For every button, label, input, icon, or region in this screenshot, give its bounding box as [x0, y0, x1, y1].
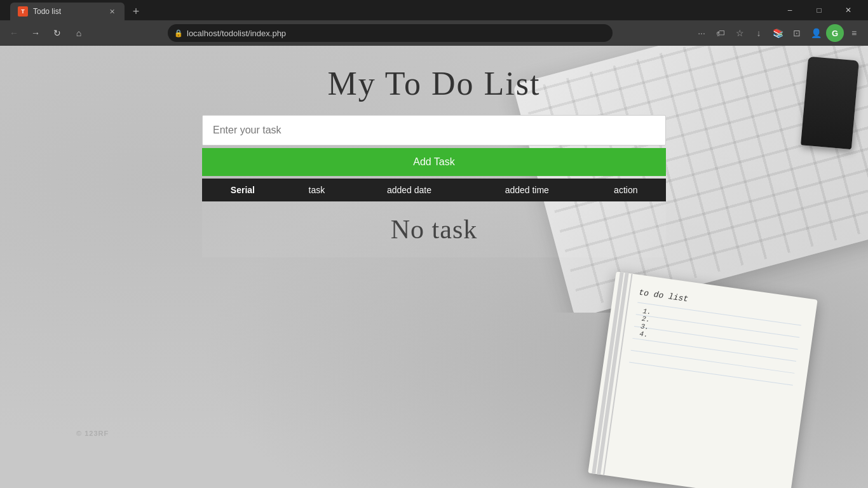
col-added-time: added time: [468, 179, 586, 201]
pocket-icon[interactable]: 🏷: [712, 24, 729, 42]
table-body: No task: [202, 201, 666, 257]
address-text: localhost/todolist/index.php: [187, 29, 606, 38]
col-task: task: [283, 179, 350, 201]
task-input[interactable]: [202, 115, 666, 146]
profile-button[interactable]: G: [826, 24, 844, 42]
notepad-decoration: to do list 1.2.3.4.: [601, 285, 804, 488]
synced-tabs-icon[interactable]: ⊡: [788, 24, 806, 42]
tab-title: Todo list: [33, 7, 102, 16]
new-tab-button[interactable]: +: [127, 3, 145, 20]
notepad-image: to do list 1.2.3.4.: [588, 271, 817, 488]
maximize-button[interactable]: □: [804, 0, 834, 20]
window-controls: – □ ✕: [775, 0, 863, 20]
table-header-row: Serial task added date added time action: [202, 179, 666, 201]
download-icon[interactable]: ↓: [750, 24, 768, 42]
address-bar[interactable]: 🔒 localhost/todolist/index.php: [168, 24, 613, 42]
watermark: © 123RF: [76, 430, 109, 437]
nav-right-icons: ··· 🏷 ☆ ↓ 📚 ⊡ 👤 G ≡: [693, 24, 863, 42]
forward-button[interactable]: →: [27, 24, 44, 42]
more-button[interactable]: ···: [693, 24, 710, 42]
close-button[interactable]: ✕: [834, 0, 863, 20]
col-action: action: [586, 179, 666, 201]
bookmark-icon[interactable]: ☆: [731, 24, 749, 42]
stapler-decoration: [801, 57, 859, 149]
account-icon[interactable]: 👤: [807, 24, 825, 42]
security-icon: 🔒: [174, 29, 183, 37]
col-added-date: added date: [350, 179, 468, 201]
title-bar: T Todo list ✕ + – □ ✕: [0, 0, 868, 20]
page-title: My To Do List: [202, 65, 666, 102]
no-task-message: No task: [202, 201, 666, 257]
back-button[interactable]: ←: [5, 24, 23, 42]
nav-bar: ← → ↻ ⌂ 🔒 localhost/todolist/index.php ·…: [0, 20, 868, 46]
table-header: Serial task added date added time action: [202, 179, 666, 201]
col-serial: Serial: [202, 179, 283, 201]
no-task-row: No task: [202, 201, 666, 257]
library-icon[interactable]: 📚: [769, 24, 787, 42]
refresh-button[interactable]: ↻: [48, 24, 66, 42]
browser-window: T Todo list ✕ + – □ ✕ ← → ↻ ⌂ 🔒 localhos…: [0, 0, 868, 46]
tab-favicon: T: [18, 6, 28, 17]
menu-button[interactable]: ≡: [845, 24, 863, 42]
add-task-button[interactable]: Add Task: [202, 148, 666, 176]
app-container: My To Do List Add Task Serial task added…: [202, 65, 666, 257]
active-tab[interactable]: T Todo list ✕: [10, 3, 125, 20]
task-input-wrapper: [202, 115, 666, 146]
minimize-button[interactable]: –: [775, 0, 804, 20]
page-content: to do list 1.2.3.4. © 123RF My To Do Lis…: [0, 46, 868, 488]
tabs-area: T Todo list ✕ +: [5, 0, 150, 20]
tab-close-button[interactable]: ✕: [107, 6, 117, 17]
task-table: Serial task added date added time action…: [202, 179, 666, 257]
home-button[interactable]: ⌂: [70, 24, 88, 42]
